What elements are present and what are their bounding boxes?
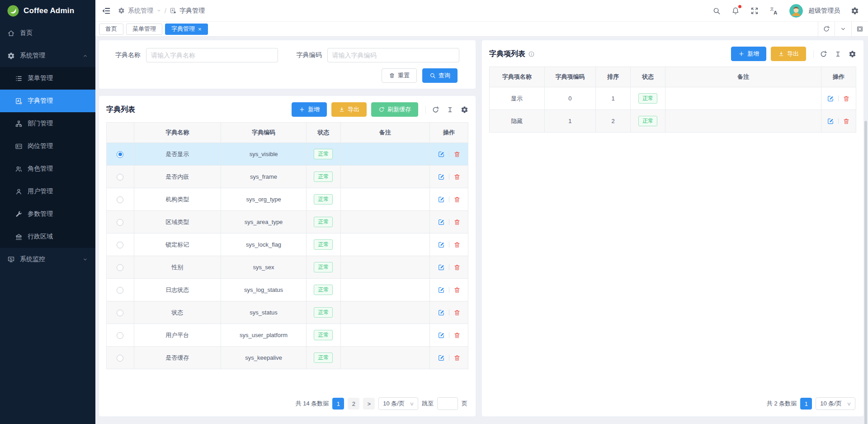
row-radio[interactable] [117, 151, 123, 158]
tab-close-icon[interactable]: × [198, 26, 202, 32]
delete-button[interactable] [453, 173, 461, 181]
delete-button[interactable] [453, 196, 461, 203]
dict-row[interactable]: 区域类型 sys_area_type 正常 [107, 211, 468, 233]
dict-row[interactable]: 是否内嵌 sys_frame 正常 [107, 166, 468, 188]
row-radio[interactable] [117, 264, 123, 271]
tab-menu-mgmt[interactable]: 菜单管理 [126, 24, 162, 35]
row-radio[interactable] [117, 355, 123, 362]
dict-row[interactable]: 是否显示 sys_visible 正常 [107, 143, 468, 166]
delete-button[interactable] [453, 241, 461, 248]
sidebar-item-system-monitor[interactable]: 系统监控 [0, 248, 95, 271]
add-dict-item-button[interactable]: 新增 [731, 47, 766, 61]
export-dict-item-button[interactable]: 导出 [771, 47, 806, 61]
sidebar-item-home[interactable]: 首页 [0, 22, 95, 44]
tab-home[interactable]: 首页 [99, 24, 123, 35]
page-button-2[interactable]: 2 [348, 398, 359, 410]
dict-row[interactable]: 日志状态 sys_log_status 正常 [107, 279, 468, 301]
delete-button[interactable] [453, 264, 461, 271]
dict-row[interactable]: 是否缓存 sys_keepalive 正常 [107, 347, 468, 369]
edit-button[interactable] [827, 118, 834, 125]
reset-button[interactable]: 重置 [382, 68, 417, 83]
table-size-button[interactable] [834, 50, 842, 58]
delete-button[interactable] [453, 286, 461, 294]
dict-item-row[interactable]: 显示 0 1 正常 [490, 87, 856, 110]
add-dict-button[interactable]: 新增 [292, 102, 327, 117]
row-radio[interactable] [117, 242, 123, 248]
jump-page-input[interactable] [437, 397, 458, 410]
notifications-button[interactable] [731, 7, 740, 15]
sidebar-collapse-button[interactable] [102, 6, 111, 15]
row-radio[interactable] [117, 287, 123, 294]
edit-button[interactable] [438, 219, 445, 226]
app-logo[interactable]: Coffee Admin [0, 0, 95, 22]
tabs-dropdown-button[interactable] [835, 22, 851, 36]
sidebar-item-dept-mgmt[interactable]: 部门管理 [0, 112, 95, 135]
edit-button[interactable] [438, 173, 445, 181]
dict-code-input[interactable] [327, 48, 459, 62]
export-dict-button[interactable]: 导出 [331, 102, 367, 117]
edit-button[interactable] [438, 151, 445, 158]
dict-row[interactable]: 用户平台 sys_user_platform 正常 [107, 324, 468, 347]
delete-button[interactable] [843, 95, 850, 102]
sidebar-item-menu-mgmt[interactable]: 菜单管理 [0, 67, 95, 90]
refresh-cache-button[interactable]: 刷新缓存 [371, 102, 418, 117]
remark-cell [340, 211, 430, 233]
tab-dict-mgmt[interactable]: 字典管理 × [165, 24, 208, 35]
delete-button[interactable] [453, 332, 461, 339]
row-radio[interactable] [117, 219, 123, 226]
edit-button[interactable] [438, 309, 445, 316]
scrollbar[interactable] [864, 121, 867, 424]
tabs-refresh-button[interactable] [818, 22, 835, 36]
sidebar-item-post-mgmt[interactable]: 岗位管理 [0, 135, 95, 157]
edit-button[interactable] [438, 241, 445, 248]
delete-button[interactable] [453, 219, 461, 226]
row-radio[interactable] [117, 332, 123, 339]
page-button-1[interactable]: 1 [800, 398, 812, 410]
user-name[interactable]: 超级管理员 [808, 7, 840, 15]
sidebar-item-admin-region[interactable]: 行政区域 [0, 225, 95, 248]
sidebar-item-system-mgmt[interactable]: 系统管理 [0, 44, 95, 67]
search-button[interactable] [712, 7, 721, 15]
table-size-button[interactable] [446, 106, 454, 114]
table-refresh-button[interactable] [432, 106, 439, 114]
content-fullscreen-button[interactable] [851, 22, 868, 36]
sidebar-item-dict-mgmt[interactable]: 字典管理 [0, 90, 95, 112]
breadcrumb-level2[interactable]: 字典管理 [179, 7, 205, 15]
next-page-button[interactable]: > [363, 398, 375, 410]
language-button[interactable] [769, 6, 778, 15]
edit-button[interactable] [438, 196, 445, 203]
page-button-1[interactable]: 1 [332, 398, 344, 410]
sidebar-item-role-mgmt[interactable]: 角色管理 [0, 157, 95, 180]
avatar[interactable] [789, 4, 803, 18]
query-button[interactable]: 查询 [422, 68, 458, 83]
row-radio[interactable] [117, 174, 123, 181]
edit-button[interactable] [827, 95, 834, 102]
dict-row[interactable]: 锁定标记 sys_lock_flag 正常 [107, 233, 468, 256]
edit-button[interactable] [438, 332, 445, 339]
table-settings-button[interactable] [461, 106, 468, 114]
edit-button[interactable] [438, 286, 445, 294]
row-radio[interactable] [117, 196, 123, 203]
delete-button[interactable] [453, 151, 461, 158]
fullscreen-button[interactable] [750, 7, 759, 15]
sidebar-item-param-mgmt[interactable]: 参数管理 [0, 203, 95, 225]
delete-button[interactable] [453, 354, 461, 362]
edit-button[interactable] [438, 264, 445, 271]
dict-row[interactable]: 机构类型 sys_org_type 正常 [107, 188, 468, 211]
info-tooltip-trigger[interactable] [528, 51, 535, 57]
sidebar-item-user-mgmt[interactable]: 用户管理 [0, 180, 95, 203]
page-size-select[interactable]: 10 条/页 ∨ [816, 397, 855, 410]
delete-button[interactable] [843, 118, 850, 125]
settings-button[interactable] [851, 7, 859, 15]
breadcrumb-level1[interactable]: 系统管理 [128, 7, 153, 15]
dict-name-input[interactable] [146, 48, 278, 62]
table-settings-button[interactable] [849, 50, 856, 58]
delete-button[interactable] [453, 309, 461, 316]
row-radio[interactable] [117, 310, 123, 316]
page-size-select[interactable]: 10 条/页 ∨ [378, 397, 418, 410]
dict-item-row[interactable]: 隐藏 1 2 正常 [490, 110, 856, 133]
edit-button[interactable] [438, 354, 445, 362]
dict-row[interactable]: 性别 sys_sex 正常 [107, 256, 468, 279]
table-refresh-button[interactable] [820, 50, 827, 58]
dict-row[interactable]: 状态 sys_status 正常 [107, 301, 468, 324]
